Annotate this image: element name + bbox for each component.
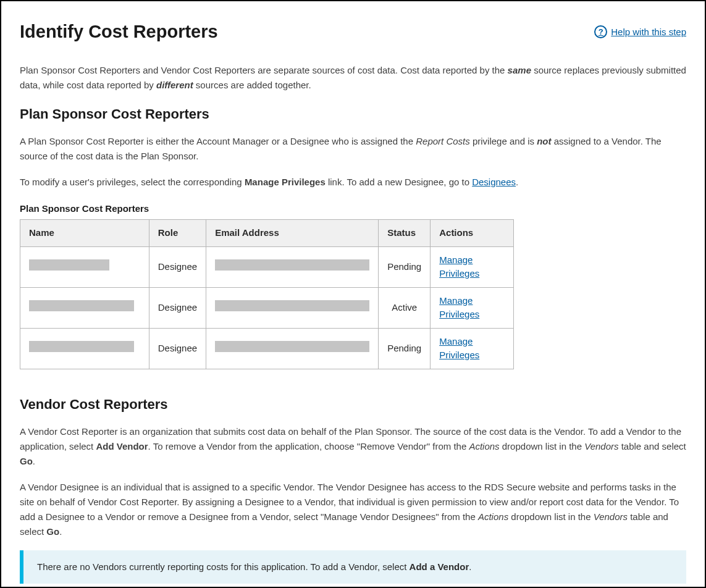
- cell-email: [206, 287, 379, 328]
- callout-text: .: [469, 561, 471, 572]
- redacted-email: [215, 259, 369, 271]
- cell-actions: Manage Privileges: [431, 328, 514, 369]
- text: . To remove a Vendor from the applicatio…: [148, 441, 469, 452]
- cell-actions: Manage Privileges: [431, 287, 514, 328]
- vendor-para1: A Vendor Cost Reporter is an organizatio…: [20, 424, 686, 469]
- page-header: Identify Cost Reporters ? Help with this…: [20, 19, 686, 46]
- help-link-label: Help with this step: [611, 25, 686, 40]
- manage-privileges-link[interactable]: Manage Privileges: [439, 254, 479, 279]
- col-name: Name: [20, 220, 149, 247]
- plan-sponsor-table: Name Role Email Address Status Actions D…: [20, 219, 514, 369]
- intro-text: Plan Sponsor Cost Reporters and Vendor C…: [20, 65, 508, 75]
- plan-sponsor-para2: To modify a user's privileges, select th…: [20, 175, 686, 190]
- table-row: Designee Active Manage Privileges: [20, 287, 514, 328]
- table-header-row: Name Role Email Address Status Actions: [20, 220, 514, 247]
- redacted-name: [29, 300, 134, 311]
- question-circle-icon: ?: [594, 25, 607, 38]
- redacted-email: [215, 300, 369, 311]
- cell-role: Designee: [149, 246, 206, 287]
- italic-vendors: Vendors: [584, 441, 618, 452]
- bold-add-vendor: Add Vendor: [96, 441, 148, 452]
- col-email: Email Address: [206, 220, 379, 247]
- plan-sponsor-heading: Plan Sponsor Cost Reporters: [20, 104, 686, 124]
- text: dropdown list in the: [508, 511, 594, 522]
- italic-actions: Actions: [469, 441, 499, 452]
- cell-status: Pending: [379, 246, 431, 287]
- vendor-heading: Vendor Cost Reporters: [20, 394, 686, 414]
- emphasis-not: not: [537, 136, 551, 146]
- intro-paragraph: Plan Sponsor Cost Reporters and Vendor C…: [20, 63, 686, 93]
- page-title: Identify Cost Reporters: [20, 19, 218, 46]
- cell-status: Pending: [379, 328, 431, 369]
- text: .: [516, 177, 518, 187]
- cell-email: [206, 246, 379, 287]
- cell-name: [20, 246, 149, 287]
- intro-emphasis-different: different: [156, 80, 193, 90]
- no-vendors-callout: There are no Vendors currently reporting…: [20, 550, 686, 584]
- intro-text: sources are added together.: [193, 80, 311, 90]
- text: .: [33, 456, 35, 466]
- bold-go: Go: [46, 526, 59, 537]
- cell-actions: Manage Privileges: [431, 246, 514, 287]
- text: A Plan Sponsor Cost Reporter is either t…: [20, 136, 416, 146]
- cell-email: [206, 328, 379, 369]
- table-row: Designee Pending Manage Privileges: [20, 246, 514, 287]
- callout-text: There are no Vendors currently reporting…: [37, 561, 410, 572]
- table-row: Designee Pending Manage Privileges: [20, 328, 514, 369]
- manage-privileges-link[interactable]: Manage Privileges: [439, 295, 479, 320]
- italic-vendors: Vendors: [594, 511, 628, 522]
- col-actions: Actions: [431, 220, 514, 247]
- cell-name: [20, 287, 149, 328]
- vendor-para2: A Vendor Designee is an individual that …: [20, 480, 686, 539]
- cell-role: Designee: [149, 287, 206, 328]
- bold-go: Go: [20, 456, 33, 466]
- page-container: Identify Cost Reporters ? Help with this…: [0, 0, 706, 588]
- redacted-name: [29, 341, 134, 352]
- redacted-name: [29, 259, 109, 271]
- italic-actions: Actions: [478, 511, 508, 522]
- text: privilege and is: [470, 136, 537, 146]
- callout-bold-add-a-vendor: Add a Vendor: [410, 561, 469, 572]
- redacted-email: [215, 341, 369, 352]
- plan-sponsor-table-caption: Plan Sponsor Cost Reporters: [20, 202, 686, 216]
- cell-status: Active: [379, 287, 431, 328]
- italic-report-costs: Report Costs: [416, 136, 470, 146]
- plan-sponsor-para1: A Plan Sponsor Cost Reporter is either t…: [20, 134, 686, 164]
- col-status: Status: [379, 220, 431, 247]
- designees-link[interactable]: Designees: [472, 177, 516, 187]
- col-role: Role: [149, 220, 206, 247]
- intro-emphasis-same: same: [508, 65, 531, 75]
- text: dropdown list in the: [500, 441, 585, 452]
- text: link. To add a new Designee, go to: [326, 177, 472, 187]
- help-with-step-link[interactable]: ? Help with this step: [594, 25, 686, 40]
- text: .: [59, 526, 62, 537]
- cell-name: [20, 328, 149, 369]
- manage-privileges-link[interactable]: Manage Privileges: [439, 336, 479, 361]
- text: To modify a user's privileges, select th…: [20, 177, 245, 187]
- cell-role: Designee: [149, 328, 206, 369]
- text: table and select: [619, 441, 686, 452]
- bold-manage-privileges: Manage Privileges: [245, 177, 326, 187]
